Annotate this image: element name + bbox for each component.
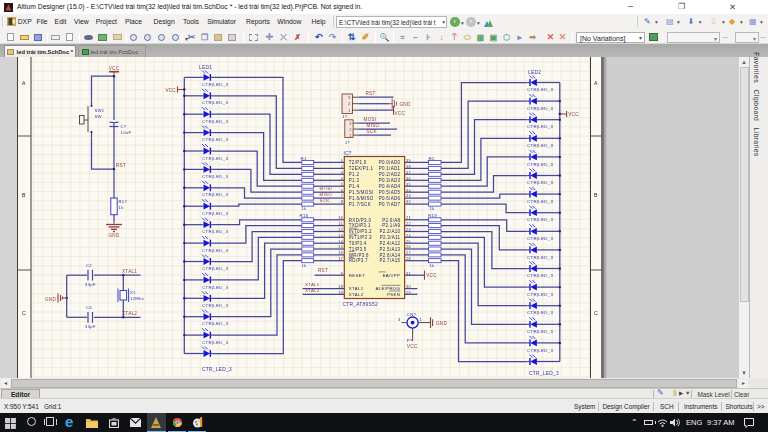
svg-text:RESET: RESET: [349, 273, 365, 278]
svg-text:CTR|LED_3: CTR|LED_3: [202, 82, 229, 87]
svg-text:P0.2/AD2: P0.2/AD2: [379, 172, 401, 177]
svg-text:33: 33: [406, 194, 411, 198]
svg-text:CTR|LED_3: CTR|LED_3: [527, 162, 554, 167]
svg-text:10: 10: [338, 216, 343, 220]
svg-text:1k: 1k: [302, 206, 308, 211]
svg-text:C3: C3: [86, 305, 92, 310]
svg-text:VCC: VCC: [395, 111, 406, 116]
svg-text:CTR|LED_3: CTR|LED_3: [527, 199, 554, 204]
svg-text:INT1/P3.3: INT1/P3.3: [349, 235, 372, 240]
svg-text:MISO: MISO: [320, 192, 333, 197]
svg-text:P2.4/A12: P2.4/A12: [379, 241, 400, 246]
svg-text:33pF: 33pF: [85, 324, 96, 329]
svg-text:CTR_LED_3: CTR_LED_3: [202, 367, 232, 372]
svg-text:22: 22: [406, 222, 411, 226]
svg-text:C2: C2: [86, 263, 92, 268]
svg-text:MOSI: MOSI: [364, 117, 377, 122]
svg-text:P0.7/AD7: P0.7/AD7: [379, 202, 401, 207]
svg-text:P0.4/AD4: P0.4/AD4: [379, 184, 401, 189]
svg-text:TXD/P3.1: TXD/P3.1: [349, 223, 371, 228]
svg-text:P2.1/A9: P2.1/A9: [382, 223, 400, 228]
svg-text:4: 4: [341, 177, 343, 181]
svg-text:38: 38: [406, 165, 411, 169]
svg-text:RD/P3.7: RD/P3.7: [349, 258, 368, 263]
svg-text:CTR|LED_3: CTR|LED_3: [202, 211, 229, 216]
svg-text:P1.3: P1.3: [349, 178, 360, 183]
svg-text:VCC: VCC: [568, 112, 579, 117]
svg-text:P2.5/A13: P2.5/A13: [379, 247, 400, 252]
svg-text:C: C: [594, 310, 598, 316]
svg-text:C: C: [22, 310, 26, 316]
svg-text:31: 31: [406, 272, 411, 276]
svg-text:RXD/P3.0: RXD/P3.0: [349, 218, 372, 223]
svg-text:MOSI: MOSI: [320, 186, 332, 191]
svg-text:P0.3/AD3: P0.3/AD3: [379, 178, 401, 183]
svg-text:P0.1/AD1: P0.1/AD1: [379, 166, 401, 171]
svg-text:R1: R1: [301, 156, 307, 161]
svg-text:P0.6/AD6: P0.6/AD6: [379, 196, 401, 201]
svg-text:P2.0/A8: P2.0/A8: [382, 218, 400, 223]
svg-text:15: 15: [338, 245, 343, 249]
svg-text:T0/P3.4: T0/P3.4: [349, 241, 367, 246]
svg-text:GND: GND: [436, 321, 447, 326]
svg-text:CTR|LED_3: CTR|LED_3: [202, 119, 229, 124]
svg-text:CTR|LED_3: CTR|LED_3: [527, 310, 554, 315]
svg-text:RST: RST: [366, 91, 376, 96]
svg-text:CTR|LED_3: CTR|LED_3: [527, 273, 554, 278]
svg-text:X1: X1: [130, 290, 136, 295]
svg-text:CTR|LED_3: CTR|LED_3: [202, 285, 229, 290]
svg-text:P?: P?: [407, 338, 413, 343]
svg-text:XTAL1: XTAL1: [122, 269, 137, 274]
svg-text:R19: R19: [428, 213, 437, 218]
svg-text:11: 11: [339, 222, 344, 226]
svg-text:VCC: VCC: [426, 273, 437, 278]
svg-text:P1.5/MOSI: P1.5/MOSI: [349, 190, 374, 195]
svg-text:XTAL2: XTAL2: [122, 311, 137, 316]
svg-text:R16: R16: [300, 213, 309, 218]
svg-text:CTR|LED_3: CTR|LED_3: [527, 124, 554, 129]
svg-text:P2.6/A14: P2.6/A14: [379, 253, 400, 258]
svg-text:XTAL1: XTAL1: [349, 286, 364, 291]
svg-text:30: 30: [406, 285, 411, 289]
svg-text:IC?: IC?: [344, 151, 352, 156]
svg-text:5: 5: [341, 183, 343, 187]
svg-text:7: 7: [341, 194, 343, 198]
svg-text:34: 34: [406, 189, 411, 193]
svg-text:CTR_AT89S52: CTR_AT89S52: [343, 302, 379, 307]
svg-text:T2/P1.0: T2/P1.0: [349, 160, 367, 165]
svg-text:P2.3/A11: P2.3/A11: [380, 235, 401, 240]
svg-text:MISO: MISO: [367, 123, 380, 128]
svg-text:CTR|LED_3: CTR|LED_3: [527, 143, 554, 148]
svg-text:6: 6: [341, 189, 343, 193]
svg-text:2: 2: [341, 165, 343, 169]
svg-text:1: 1: [420, 318, 422, 322]
svg-text:A: A: [22, 80, 26, 86]
svg-text:LED1: LED1: [199, 65, 212, 70]
svg-text:P0.5/AD5: P0.5/AD5: [379, 190, 401, 195]
svg-text:LED2: LED2: [528, 70, 541, 75]
svg-text:CTR|LED_3: CTR|LED_3: [202, 192, 229, 197]
svg-text:35: 35: [406, 183, 411, 187]
svg-text:28: 28: [406, 257, 411, 261]
svg-text:T1/P3.5: T1/P3.5: [349, 247, 367, 252]
svg-text:19: 19: [338, 291, 343, 295]
svg-text:CTR|LED_3: CTR|LED_3: [527, 236, 554, 241]
svg-text:EA/VPP: EA/VPP: [383, 273, 401, 278]
svg-text:1: 1: [341, 159, 343, 163]
svg-text:14: 14: [338, 240, 343, 244]
svg-text:P1.4: P1.4: [349, 184, 360, 189]
svg-text:VCC: VCC: [109, 66, 120, 71]
svg-text:18: 18: [338, 285, 343, 289]
svg-text:12Mhz: 12Mhz: [130, 296, 144, 301]
svg-text:J?: J?: [345, 140, 350, 145]
svg-text:A: A: [594, 80, 598, 86]
svg-text:WR/P3.6: WR/P3.6: [349, 253, 369, 258]
svg-text:3: 3: [341, 171, 343, 175]
svg-text:GND: GND: [45, 297, 56, 302]
svg-text:B: B: [22, 192, 26, 198]
svg-text:CTR|LED_3: CTR|LED_3: [202, 266, 229, 271]
svg-text:P1.6/MISO: P1.6/MISO: [349, 196, 374, 201]
svg-text:24: 24: [406, 234, 411, 238]
svg-text:J?: J?: [342, 114, 347, 119]
svg-text:39: 39: [406, 159, 411, 163]
